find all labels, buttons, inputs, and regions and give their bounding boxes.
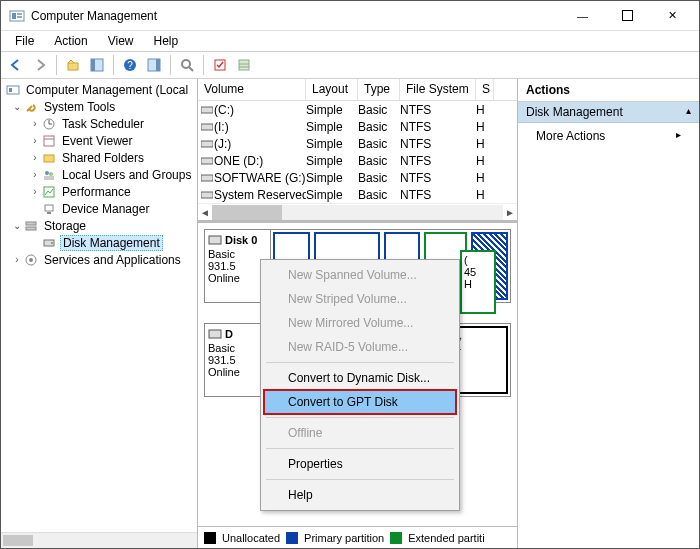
col-filesystem[interactable]: File System <box>400 79 476 100</box>
volume-row[interactable]: System ReservedSimpleBasicNTFSH <box>198 186 517 203</box>
users-icon <box>41 167 57 183</box>
actions-section[interactable]: Disk Management ▴ <box>518 102 699 123</box>
tree-label: Computer Management (Local <box>24 83 190 97</box>
actions-section-label: Disk Management <box>526 105 623 119</box>
vol-status: H <box>476 137 494 151</box>
forward-button[interactable] <box>29 54 51 76</box>
col-volume[interactable]: Volume <box>198 79 306 100</box>
tree-disk-management[interactable]: Disk Management <box>1 234 197 251</box>
actions-more[interactable]: More Actions ▸ <box>518 123 699 149</box>
volume-scrollbar[interactable]: ◄ ► <box>198 203 517 220</box>
close-button[interactable]: ✕ <box>650 2 695 30</box>
menu-action[interactable]: Action <box>44 32 97 50</box>
vol-name: (C:) <box>214 103 306 117</box>
computer-icon <box>5 82 21 98</box>
expand-icon[interactable]: › <box>29 118 41 129</box>
expand-icon[interactable]: › <box>29 186 41 197</box>
svg-rect-39 <box>201 158 213 164</box>
settings-button[interactable] <box>209 54 231 76</box>
expand-icon[interactable]: › <box>29 135 41 146</box>
svg-point-24 <box>45 171 49 175</box>
menu-file[interactable]: File <box>5 32 44 50</box>
svg-rect-41 <box>201 192 213 198</box>
tree-label: Services and Applications <box>42 253 183 267</box>
swatch-primary <box>286 532 298 544</box>
maximize-button[interactable] <box>605 2 650 30</box>
clock-icon <box>41 116 57 132</box>
ctx-properties[interactable]: Properties <box>264 452 456 476</box>
tree-task-scheduler[interactable]: › Task Scheduler <box>1 115 197 132</box>
ctx-convert-dynamic[interactable]: Convert to Dynamic Disk... <box>264 366 456 390</box>
vol-type: Basic <box>358 137 400 151</box>
tree-shared-folders[interactable]: › Shared Folders <box>1 149 197 166</box>
svg-rect-5 <box>68 63 78 70</box>
vol-status: H <box>476 171 494 185</box>
vol-fs: NTFS <box>400 103 476 117</box>
svg-rect-18 <box>7 86 19 94</box>
show-hide-tree-button[interactable] <box>86 54 108 76</box>
legend-primary: Primary partition <box>304 532 384 544</box>
tree-event-viewer[interactable]: › Event Viewer <box>1 132 197 149</box>
expand-icon[interactable]: › <box>11 254 23 265</box>
col-type[interactable]: Type <box>358 79 400 100</box>
tree-local-users[interactable]: › Local Users and Groups <box>1 166 197 183</box>
ctx-new-mirrored: New Mirrored Volume... <box>264 311 456 335</box>
volume-row[interactable]: SOFTWARE (G:)SimpleBasicNTFSH <box>198 169 517 186</box>
expand-icon[interactable]: › <box>29 152 41 163</box>
folder-share-icon <box>41 150 57 166</box>
up-button[interactable] <box>62 54 84 76</box>
svg-rect-23 <box>44 155 54 162</box>
vol-type: Basic <box>358 188 400 202</box>
drive-icon <box>200 190 214 200</box>
volume-header: Volume Layout Type File System S <box>198 79 517 101</box>
expand-icon[interactable]: › <box>29 169 41 180</box>
disk-name: D <box>225 328 233 340</box>
scroll-right-icon[interactable]: ► <box>503 205 517 220</box>
tree-label: Local Users and Groups <box>60 168 193 182</box>
volume-row[interactable]: ONE (D:)SimpleBasicNTFSH <box>198 152 517 169</box>
back-button[interactable] <box>5 54 27 76</box>
ctx-convert-gpt[interactable]: Convert to GPT Disk <box>264 390 456 414</box>
tree-system-tools[interactable]: ⌄ System Tools <box>1 98 197 115</box>
svg-point-25 <box>49 172 53 176</box>
volume-row[interactable]: (C:)SimpleBasicNTFSH <box>198 101 517 118</box>
svg-line-13 <box>189 67 193 71</box>
svg-rect-3 <box>17 16 22 18</box>
minimize-button[interactable]: — <box>560 2 605 30</box>
tree-services-apps[interactable]: › Services and Applications <box>1 251 197 268</box>
tree-pane: Computer Management (Local ⌄ System Tool… <box>1 79 198 548</box>
ctx-help[interactable]: Help <box>264 483 456 507</box>
legend: Unallocated Primary partition Extended p… <box>198 526 517 548</box>
svg-rect-31 <box>26 227 36 230</box>
action-pane-button[interactable] <box>143 54 165 76</box>
tree-label: Disk Management <box>60 235 163 251</box>
storage-icon <box>23 218 39 234</box>
tree-root[interactable]: Computer Management (Local <box>1 81 197 98</box>
vol-layout: Simple <box>306 103 358 117</box>
vol-type: Basic <box>358 120 400 134</box>
col-status[interactable]: S <box>476 79 494 100</box>
tree-storage[interactable]: ⌄ Storage <box>1 217 197 234</box>
col-layout[interactable]: Layout <box>306 79 358 100</box>
tree-label: Shared Folders <box>60 151 146 165</box>
vol-fs: NTFS <box>400 137 476 151</box>
svg-rect-26 <box>44 176 54 180</box>
volume-row[interactable]: (I:)SimpleBasicNTFSH <box>198 118 517 135</box>
context-menu: New Spanned Volume... New Striped Volume… <box>260 259 460 511</box>
performance-icon <box>41 184 57 200</box>
svg-rect-30 <box>26 222 36 225</box>
menu-view[interactable]: View <box>98 32 144 50</box>
collapse-icon[interactable]: ⌄ <box>11 101 23 112</box>
help-button[interactable]: ? <box>119 54 141 76</box>
volume-row[interactable]: (J:)SimpleBasicNTFSH <box>198 135 517 152</box>
toolbar-sep <box>113 55 114 75</box>
menu-help[interactable]: Help <box>144 32 189 50</box>
refresh-button[interactable] <box>176 54 198 76</box>
tree-scrollbar[interactable] <box>1 532 197 548</box>
tree-device-manager[interactable]: Device Manager <box>1 200 197 217</box>
vol-fs: NTFS <box>400 154 476 168</box>
tree-performance[interactable]: › Performance <box>1 183 197 200</box>
scroll-left-icon[interactable]: ◄ <box>198 205 212 220</box>
collapse-icon[interactable]: ⌄ <box>11 220 23 231</box>
list-button[interactable] <box>233 54 255 76</box>
